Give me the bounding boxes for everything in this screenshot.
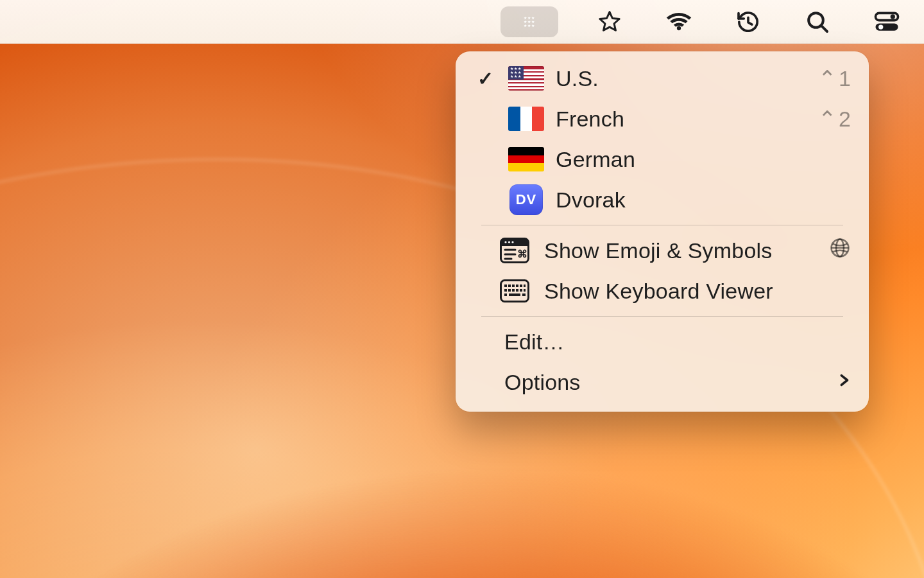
input-source-label: French [556,107,807,132]
svg-point-3 [891,14,895,19]
character-viewer-icon: ⌘ [497,238,533,263]
svg-rect-31 [524,289,526,292]
svg-rect-28 [512,289,515,292]
fr-flag-icon [508,107,544,131]
input-source-dropdown: ✓ ★★★★★★★★★ U.S. ⌃1 French ⌃2 German [456,51,869,412]
favorites-menu-button[interactable] [592,6,628,37]
svg-rect-23 [516,285,518,287]
input-source-item-french[interactable]: French ⌃2 [461,99,864,139]
svg-point-5 [878,24,883,29]
menu-item-label: Edit… [504,329,851,355]
wifi-menu-button[interactable] [661,6,697,37]
input-source-item-german[interactable]: German [461,139,864,179]
de-flag-icon [508,147,544,171]
svg-text:⌘: ⌘ [517,249,527,259]
svg-rect-25 [524,285,526,287]
search-icon [805,9,830,35]
input-source-menu-button[interactable]: ★★★★★★★★★ [501,6,558,37]
input-source-label: German [556,147,839,172]
input-source-item-us[interactable]: ✓ ★★★★★★★★★ U.S. ⌃1 [461,58,864,98]
svg-rect-24 [520,285,522,287]
show-keyboard-viewer-item[interactable]: Show Keyboard Viewer [461,271,864,311]
menu-item-label: Options [504,370,825,395]
show-emoji-symbols-item[interactable]: ⌘ Show Emoji & Symbols [461,231,864,270]
svg-rect-30 [520,289,522,292]
svg-rect-34 [522,293,526,296]
svg-line-1 [821,26,827,31]
clock-history-icon [735,9,761,35]
edit-input-sources-item[interactable]: Edit… [461,322,864,362]
svg-rect-32 [504,293,507,296]
keyboard-shortcut: ⌃2 [818,106,851,132]
svg-rect-26 [504,289,507,292]
us-flag-icon: ★★★★★★★★★ [508,66,544,91]
keyboard-icon [497,279,533,302]
keyboard-shortcut: ⌃1 [818,66,851,91]
star-icon [597,9,622,35]
input-source-label: U.S. [556,66,807,91]
input-source-label: Dvorak [556,188,839,213]
menu-separator [481,316,843,317]
svg-rect-20 [504,285,507,287]
menu-bar: ★★★★★★★★★ [0,0,924,44]
svg-rect-21 [508,285,511,287]
input-source-item-dvorak[interactable]: DV Dvorak [461,180,864,220]
time-machine-menu-button[interactable] [730,6,766,37]
svg-rect-22 [512,285,515,287]
menu-item-label: Show Emoji & Symbols [544,238,817,263]
spotlight-menu-button[interactable] [800,6,835,37]
chevron-right-icon [837,370,851,395]
control-center-menu-button[interactable] [869,6,905,37]
svg-point-10 [508,241,510,243]
menu-item-label: Show Keyboard Viewer [544,279,851,304]
svg-point-11 [511,241,513,243]
wifi-icon [665,8,692,35]
control-center-icon [873,8,900,35]
checkmark-icon: ✓ [475,67,497,90]
globe-icon [829,237,851,264]
svg-rect-33 [509,293,520,296]
svg-rect-29 [516,289,518,292]
dvorak-badge-icon: DV [508,184,544,215]
options-submenu-item[interactable]: Options [461,362,864,402]
menu-separator [481,225,843,225]
svg-rect-27 [508,289,511,292]
svg-point-9 [504,241,506,243]
